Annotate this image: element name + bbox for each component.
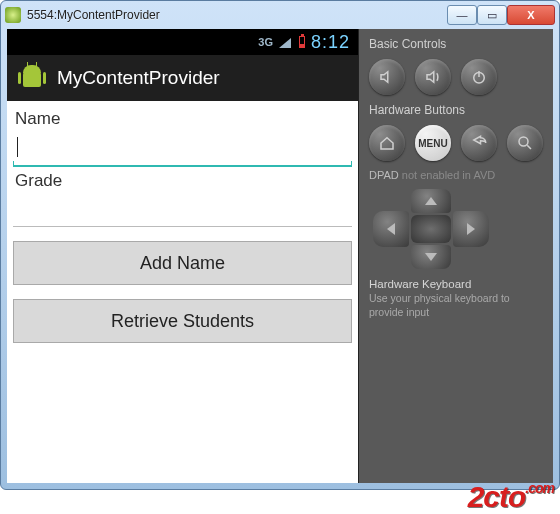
dpad-up-button[interactable] [411,189,451,213]
name-label: Name [13,107,352,131]
search-button[interactable] [507,125,543,161]
dpad-right-button[interactable] [453,211,489,247]
battery-icon [299,36,305,48]
app-title: MyContentProvider [57,67,220,89]
window-title-bar[interactable]: 5554:MyContentProvider — ▭ X [1,1,559,29]
android-status-bar: 3G 8:12 [7,29,358,55]
watermark: 2cto.com [468,480,554,514]
search-icon [516,134,534,152]
volume-up-icon [424,68,442,86]
android-emulator-icon [5,7,21,23]
hw-buttons-title: Hardware Buttons [369,103,543,117]
volume-up-button[interactable] [415,59,451,95]
home-button[interactable] [369,125,405,161]
maximize-button[interactable]: ▭ [477,5,507,25]
volume-down-button[interactable] [369,59,405,95]
dpad-center-button[interactable] [411,215,451,243]
activity-content: Name Grade Add Name Retrieve Students [7,101,358,483]
close-button[interactable]: X [507,5,555,25]
back-button[interactable] [461,125,497,161]
dpad-title: DPAD not enabled in AVD [369,169,543,181]
menu-button[interactable]: MENU [415,125,451,161]
minimize-button[interactable]: — [447,5,477,25]
power-icon [470,68,488,86]
power-button[interactable] [461,59,497,95]
emulator-control-panel: Basic Controls Hardware Buttons MENU [359,29,553,483]
dpad-down-button[interactable] [411,245,451,269]
volume-down-icon [378,68,396,86]
dpad [373,189,489,269]
retrieve-students-button[interactable]: Retrieve Students [13,299,352,343]
home-icon [378,134,396,152]
action-bar: MyContentProvider [7,55,358,101]
add-name-button[interactable]: Add Name [13,241,352,285]
network-indicator: 3G [258,36,273,48]
emulator-window: 5554:MyContentProvider — ▭ X 3G 8:12 MyC… [0,0,560,490]
signal-icon [279,36,293,48]
keyboard-note: Hardware Keyboard Use your physical keyb… [369,277,543,319]
grade-label: Grade [13,169,352,193]
dpad-left-button[interactable] [373,211,409,247]
device-screen: 3G 8:12 MyContentProvider Name Grade [7,29,359,483]
svg-point-1 [519,137,528,146]
app-icon [17,63,47,93]
grade-input[interactable] [13,193,352,227]
back-icon [470,134,488,152]
clock: 8:12 [311,32,350,53]
window-title: 5554:MyContentProvider [27,8,447,22]
basic-controls-title: Basic Controls [369,37,543,51]
